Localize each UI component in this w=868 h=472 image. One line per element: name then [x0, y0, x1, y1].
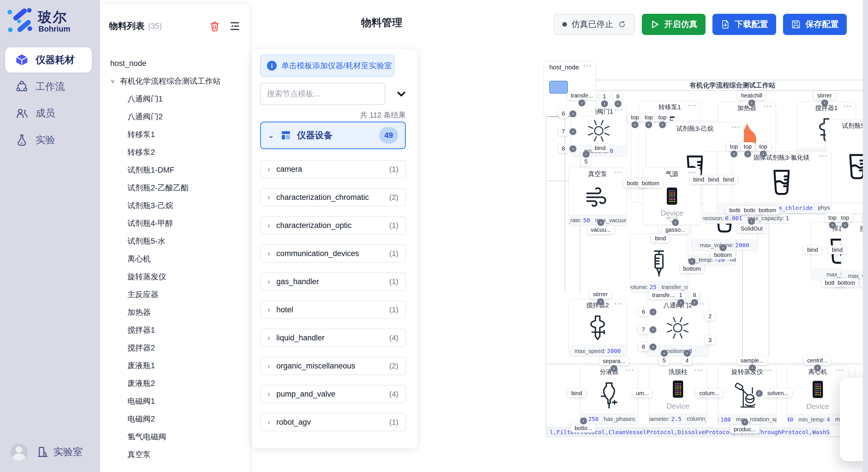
- tree-item[interactable]: 试剂瓶4-甲醇: [99, 214, 249, 232]
- tree-item[interactable]: 试剂瓶1-DMF: [99, 161, 249, 179]
- tree-item[interactable]: 试剂瓶3-己烷: [99, 197, 249, 214]
- node-menu-icon[interactable]: •••: [844, 103, 852, 110]
- node-menu-icon[interactable]: •••: [819, 153, 828, 160]
- node-title: 旋转蒸发仪: [732, 368, 763, 376]
- chevron-down-icon[interactable]: [395, 88, 408, 100]
- node-reagent-5[interactable]: 试剂瓶5-水•••: [826, 120, 868, 203]
- save-config-button[interactable]: 保存配置: [783, 14, 847, 35]
- workflow-icon: [16, 80, 28, 93]
- tree-item[interactable]: 旋转蒸发仪: [99, 268, 249, 285]
- trash-icon[interactable]: [209, 20, 220, 32]
- port-label: 5: [581, 157, 591, 166]
- layout-grid-icon: [280, 130, 291, 141]
- template-category-gas_handler[interactable]: ›gas_handler(1): [260, 272, 406, 291]
- chevron-right-icon: ›: [268, 165, 270, 174]
- template-category-characterization_chromatic[interactable]: ›characterization_chromatic(2): [260, 188, 406, 206]
- node-centrifuge[interactable]: 离心机•••Devicep: 40min_temp: 4max_sp: [787, 366, 848, 425]
- node-menu-icon[interactable]: •••: [694, 367, 703, 374]
- tree-item[interactable]: 电磁阀2: [99, 410, 249, 428]
- port-chip-wrap: 2: [705, 313, 715, 320]
- template-category-liquid_handler[interactable]: ›liquid_handler(4): [260, 329, 406, 347]
- template-category-pump_and_valve[interactable]: ›pump_and_valve(4): [260, 385, 406, 403]
- search-input[interactable]: [260, 82, 385, 105]
- node-menu-icon[interactable]: •••: [583, 63, 592, 69]
- port-label: bottom: [639, 179, 663, 188]
- tree-item-group[interactable]: ∨有机化学流程综合测试工作站: [99, 72, 249, 90]
- port-chip-wrap: stirrer›: [590, 291, 611, 298]
- members-icon: [16, 107, 28, 120]
- port-chip-wrap: produc...›: [730, 426, 760, 433]
- collapse-list-icon[interactable]: [229, 20, 241, 32]
- avatar[interactable]: [10, 443, 28, 461]
- sidebar-item-workflow[interactable]: 工作流: [5, 74, 92, 99]
- tree-item[interactable]: 转移泵1: [99, 126, 249, 143]
- node-solid-reagent-3[interactable]: 固体试剂瓶3-氯化镁•••agent: magnesium_chlorideph…: [732, 151, 831, 213]
- port-label: bind: [804, 245, 822, 254]
- node-menu-icon[interactable]: •••: [836, 367, 844, 374]
- chevron-right-icon: ›: [268, 390, 270, 399]
- port-label: 1: [676, 291, 686, 299]
- node-menu-icon[interactable]: •••: [764, 367, 773, 374]
- node-vacuum-pump[interactable]: 真空泵•••pump_rate: 50max_vacuum: 0.1: [569, 168, 627, 226]
- tree-item[interactable]: 电磁阀1: [99, 392, 249, 410]
- template-category-camera[interactable]: ›camera(1): [260, 160, 406, 178]
- port-label: 3: [705, 336, 715, 344]
- simulation-status[interactable]: 仿真已停止: [554, 14, 635, 35]
- tree-item[interactable]: 离心机: [99, 250, 249, 268]
- port-label: top: [740, 142, 755, 151]
- node-menu-icon[interactable]: •••: [732, 124, 740, 131]
- node-menu-icon[interactable]: •••: [764, 103, 772, 110]
- tree-item[interactable]: 废液瓶1: [99, 357, 249, 374]
- sidebar-item-lab[interactable]: 实验室: [36, 445, 83, 459]
- sidebar-item-members[interactable]: 成员: [5, 101, 92, 126]
- tree-item[interactable]: 试剂瓶5-水: [99, 232, 249, 250]
- port-chip-wrap: 4›: [682, 357, 692, 364]
- template-category-hotel[interactable]: ›hotel(1): [260, 301, 406, 319]
- tree-item[interactable]: 转移泵2: [99, 143, 249, 161]
- port-chip-wrap: 7›: [558, 128, 568, 135]
- stirrer-icon: [584, 314, 611, 343]
- node-stirrer-2[interactable]: 搅拌器2•••max_speed: 2000: [569, 299, 627, 357]
- page-scrollbar[interactable]: [863, 0, 868, 472]
- flow-canvas[interactable]: 有机化学流程综合测试工作站host_no...host_node•••八通阀门1…: [349, 0, 868, 472]
- port-dot-icon: ›: [597, 219, 604, 226]
- port-chip-wrap: um...: [632, 390, 652, 397]
- refresh-icon[interactable]: [618, 20, 626, 29]
- tree-item[interactable]: 试剂瓶2-乙酸乙酯: [99, 179, 249, 197]
- tree-item[interactable]: 加热器: [99, 303, 249, 321]
- tree-item[interactable]: 废液瓶2: [99, 374, 249, 392]
- node-menu-icon[interactable]: •••: [614, 169, 623, 176]
- template-category-organic_miscellaneous[interactable]: ›organic_miscellaneous(2): [260, 357, 406, 375]
- tree-item[interactable]: 搅拌器2: [99, 339, 249, 357]
- category-instruments[interactable]: ⌄ 仪器设备 49: [260, 122, 406, 149]
- sidebar-item-experiment[interactable]: 实验: [5, 127, 92, 153]
- start-simulation-button[interactable]: 开启仿真: [642, 14, 706, 35]
- node-menu-icon[interactable]: •••: [688, 102, 696, 109]
- node-menu-icon[interactable]: •••: [615, 107, 623, 113]
- tree-item[interactable]: 主反应器: [99, 285, 249, 303]
- tree-item[interactable]: 真空泵: [99, 446, 249, 463]
- template-category-communication_devices[interactable]: ›communication_devices(1): [260, 244, 406, 263]
- port-label: bind: [828, 245, 846, 254]
- port-label: 1: [599, 92, 609, 101]
- sidebar-item-cube[interactable]: 仪器耗材: [5, 47, 92, 72]
- tree-item[interactable]: 八通阀门1: [99, 90, 249, 108]
- status-label: 仿真已停止: [571, 19, 613, 30]
- node-menu-icon[interactable]: •••: [614, 301, 623, 307]
- node-separator[interactable]: 分液器•••volume: 250has_phases: true: [580, 366, 638, 425]
- port-chip-wrap: 8›: [689, 292, 700, 299]
- tree-item[interactable]: 氢气电磁阀: [99, 428, 249, 446]
- tree-item[interactable]: 八通阀门2: [99, 108, 249, 126]
- port-chip-wrap: gasso...›: [662, 227, 689, 233]
- template-category-robot_agv[interactable]: ›robot_agv(1): [260, 413, 406, 431]
- port-chip-wrap: 8›: [613, 93, 623, 100]
- tree-item[interactable]: 搅拌器1: [99, 321, 249, 339]
- node-menu-icon[interactable]: •••: [688, 169, 697, 176]
- node-menu-icon[interactable]: •••: [626, 367, 634, 374]
- port-label: bottom: [755, 206, 780, 214]
- node-host-node[interactable]: host_node•••: [544, 61, 596, 116]
- template-category-characterization_optic[interactable]: ›characterization_optic(1): [260, 216, 406, 235]
- download-config-button[interactable]: 下载配置: [712, 14, 776, 35]
- templates-panel: i 单击模板添加仪器/耗材至实验室 共 112 条结果 ⌄ 仪器设备 49 ›c…: [252, 49, 417, 448]
- tree-item-root[interactable]: host_node: [99, 55, 249, 72]
